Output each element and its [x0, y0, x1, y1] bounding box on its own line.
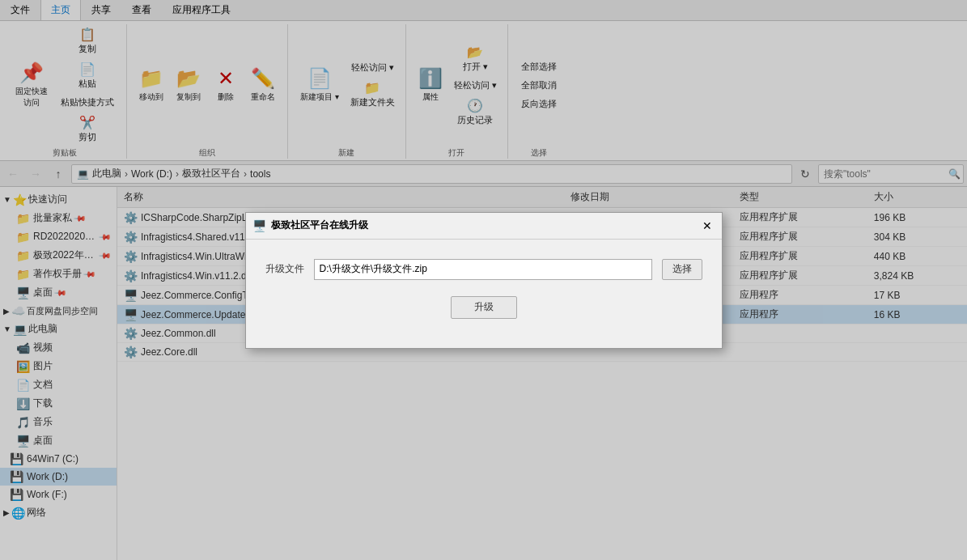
modal-file-row: 升级文件 选择: [265, 259, 702, 280]
upgrade-file-input[interactable]: [314, 259, 652, 280]
select-file-button[interactable]: 选择: [662, 259, 702, 280]
modal-close-button[interactable]: ✕: [699, 218, 715, 234]
modal-footer: 升级: [265, 296, 702, 332]
modal-title-bar: 🖥️ 极致社区平台在线升级 ✕: [246, 213, 722, 240]
modal-title-text: 极致社区平台在线升级: [271, 218, 694, 232]
modal-body: 升级文件 选择 升级: [246, 240, 722, 348]
modal-overlay: 🖥️ 极致社区平台在线升级 ✕ 升级文件 选择 升级: [0, 0, 967, 560]
modal-title-icon: 🖥️: [252, 219, 266, 232]
upgrade-file-label: 升级文件: [265, 262, 304, 276]
upgrade-modal: 🖥️ 极致社区平台在线升级 ✕ 升级文件 选择 升级: [245, 212, 723, 349]
upgrade-button[interactable]: 升级: [451, 296, 517, 319]
